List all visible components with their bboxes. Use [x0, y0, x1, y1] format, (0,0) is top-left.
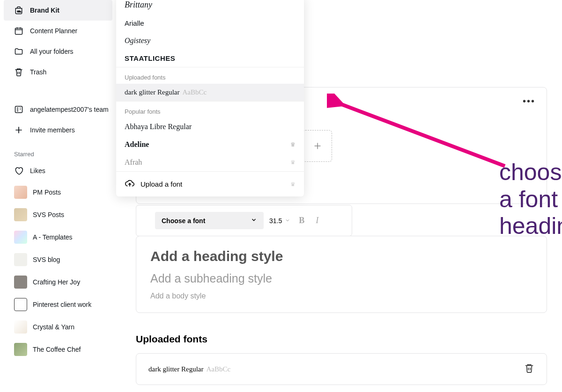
heart-icon — [14, 166, 23, 175]
sidebar-item-label: Invite members — [30, 126, 75, 134]
folder-thumb — [14, 343, 27, 356]
chevron-down-icon — [251, 217, 257, 225]
font-option-ogistesy[interactable]: Ogistesy — [116, 32, 304, 50]
starred-label: A - Templates — [33, 233, 73, 241]
svg-rect-2 — [15, 106, 22, 112]
team-icon — [14, 105, 23, 114]
font-option-label: Afrah — [125, 158, 142, 167]
svg-text:co.: co. — [17, 10, 22, 13]
font-option-adeline[interactable]: Adeline♛ — [116, 136, 304, 153]
uploaded-fonts-title: Uploaded fonts — [136, 334, 207, 345]
sidebar-item-label: Brand Kit — [30, 7, 59, 14]
starred-crystal-yarn[interactable]: Crystal & Yarn — [0, 316, 116, 338]
starred-a-templates[interactable]: A - Templates — [0, 226, 116, 248]
brand-kit-icon: co. — [14, 6, 23, 15]
folder-thumb — [14, 186, 27, 199]
folder-thumb — [14, 298, 27, 311]
uploaded-font-row: dark glitter RegularAaBbCc — [136, 353, 547, 385]
sidebar-item-label: Content Planner — [30, 27, 77, 35]
more-menu-button[interactable]: ••• — [523, 96, 535, 107]
sidebar-item-label: Trash — [30, 68, 46, 76]
starred-label: Crafting Her Joy — [33, 278, 80, 286]
main-panel: ••• Brittany Arialle Ogistesy Staatliche… — [116, 0, 562, 392]
font-option-label: dark glitter RegularAaBbCc — [125, 88, 207, 96]
folder-thumb — [14, 208, 27, 221]
annotation-text: choosing a font for headings — [499, 159, 562, 240]
chevron-down-icon — [285, 217, 290, 225]
font-option-dark-glitter[interactable]: dark glitter RegularAaBbCc — [116, 84, 304, 101]
folder-icon — [14, 47, 23, 56]
starred-label: PM Posts — [33, 189, 61, 196]
starred-label: SVS blog — [33, 256, 60, 263]
starred-label: The Coffee Chef — [33, 346, 81, 353]
font-size-value: 31.5 — [269, 217, 282, 225]
sidebar-item-team[interactable]: angelatempest2007's team — [0, 99, 116, 120]
sidebar-item-label: Likes — [30, 167, 45, 174]
sidebar-item-invite[interactable]: Invite members — [0, 120, 116, 140]
font-option-label: Brittany — [125, 0, 152, 10]
starred-coffee-chef[interactable]: The Coffee Chef — [0, 338, 116, 361]
starred-section-label: Starred — [0, 148, 116, 160]
italic-button[interactable]: I — [313, 216, 321, 225]
dropdown-section-popular: Popular fonts — [116, 101, 304, 118]
upload-icon — [125, 178, 135, 190]
font-option-abhaya[interactable]: Abhaya Libre Regular — [116, 118, 304, 136]
starred-svs-blog[interactable]: SVS blog — [0, 248, 116, 271]
plus-icon — [14, 125, 23, 135]
sidebar: co. Brand Kit Content Planner All your f… — [0, 0, 116, 392]
font-option-label: Adeline — [125, 140, 149, 149]
starred-label: SVS Posts — [33, 211, 64, 218]
font-dropdown: Brittany Arialle Ogistesy Staatliches Up… — [116, 0, 304, 196]
sidebar-item-label: angelatempest2007's team — [30, 106, 109, 113]
font-option-label: Arialle — [125, 19, 144, 27]
upload-font-label: Upload a font — [140, 180, 182, 188]
font-toolbar: Choose a font 31.5 B I — [136, 205, 352, 236]
crown-icon: ♛ — [290, 141, 296, 148]
starred-pm-posts[interactable]: PM Posts — [0, 181, 116, 203]
starred-pinterest[interactable]: Pinterest client work — [0, 293, 116, 316]
add-heading-style[interactable]: Add a heading style — [150, 248, 532, 264]
folder-thumb — [14, 231, 27, 244]
crown-icon: ♛ — [290, 181, 296, 188]
font-option-label: Staatliches — [125, 54, 175, 62]
sidebar-item-brand-kit[interactable]: co. Brand Kit — [4, 0, 112, 21]
font-option-label: Ogistesy — [125, 36, 150, 45]
calendar-icon — [14, 26, 23, 36]
sidebar-item-content-planner[interactable]: Content Planner — [0, 21, 116, 41]
font-option-staatliches[interactable]: Staatliches — [116, 50, 304, 67]
font-option-arialle[interactable]: Arialle — [116, 15, 304, 32]
folder-thumb — [14, 276, 27, 289]
font-select-dropdown[interactable]: Choose a font — [155, 212, 264, 229]
sidebar-item-label: All your folders — [30, 48, 74, 55]
delete-font-button[interactable] — [524, 363, 534, 375]
sidebar-item-trash[interactable]: Trash — [0, 62, 116, 82]
font-select-label: Choose a font — [162, 217, 205, 225]
sidebar-item-all-folders[interactable]: All your folders — [0, 41, 116, 62]
add-color-button[interactable] — [303, 130, 332, 162]
starred-svs-posts[interactable]: SVS Posts — [0, 203, 116, 226]
folder-thumb — [14, 253, 27, 266]
sidebar-item-likes[interactable]: Likes — [0, 160, 116, 181]
trash-icon — [14, 67, 23, 77]
starred-crafting[interactable]: Crafting Her Joy — [0, 271, 116, 293]
svg-rect-1 — [15, 28, 22, 34]
starred-label: Crystal & Yarn — [33, 323, 74, 331]
font-size-select[interactable]: 31.5 — [269, 217, 290, 225]
dropdown-section-uploaded: Uploaded fonts — [116, 67, 304, 84]
starred-label: Pinterest client work — [33, 301, 91, 308]
add-body-style[interactable]: Add a body style — [150, 292, 532, 300]
crown-icon: ♛ — [290, 159, 296, 166]
upload-font-button[interactable]: Upload a font ♛ — [116, 171, 304, 196]
font-option-label: Abhaya Libre Regular — [125, 123, 192, 131]
folder-thumb — [14, 320, 27, 334]
bold-button[interactable]: B — [296, 216, 307, 225]
font-option-afrah[interactable]: Afrah♛ — [116, 153, 304, 171]
text-styles-card: Add a heading style Add a subheading sty… — [136, 236, 547, 313]
uploaded-font-name: dark glitter RegularAaBbCc — [148, 365, 230, 373]
add-subheading-style[interactable]: Add a subheading style — [150, 272, 532, 285]
font-option-brittany[interactable]: Brittany — [116, 0, 304, 15]
